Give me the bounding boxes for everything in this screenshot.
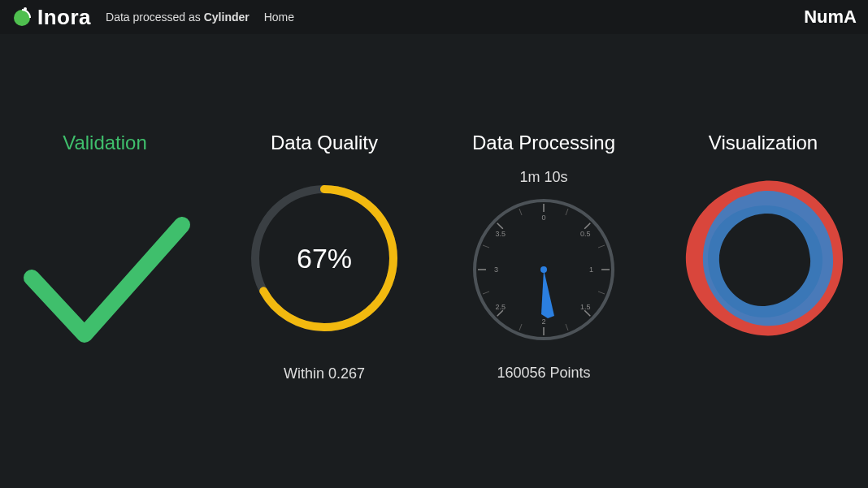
visualization-preview[interactable] bbox=[674, 169, 853, 348]
brand-name: Inora bbox=[37, 5, 91, 30]
quality-gauge: 67% bbox=[235, 169, 414, 348]
panel-processing-title: Data Processing bbox=[472, 132, 615, 154]
app-header: Inora Data processed as Cylinder Home Nu… bbox=[0, 0, 868, 34]
svg-line-6 bbox=[584, 223, 590, 229]
panel-visualization: Visualization bbox=[662, 132, 865, 348]
svg-line-13 bbox=[566, 209, 568, 215]
svg-text:3.5: 3.5 bbox=[495, 230, 506, 238]
svg-point-1 bbox=[24, 7, 27, 11]
panel-processing: Data Processing 1m 10s bbox=[442, 132, 645, 382]
panel-validation: Validation bbox=[3, 132, 206, 367]
svg-text:0: 0 bbox=[541, 214, 545, 222]
svg-point-30 bbox=[540, 266, 547, 273]
brand-logo-icon bbox=[11, 6, 33, 28]
quality-footer: Within 0.267 bbox=[284, 365, 365, 382]
svg-line-19 bbox=[483, 245, 489, 248]
svg-line-8 bbox=[584, 310, 590, 316]
svg-text:2: 2 bbox=[541, 317, 545, 326]
panel-validation-title: Validation bbox=[63, 132, 147, 154]
clock-icon: 0 0.5 1 1.5 2 2.5 3 3.5 bbox=[467, 192, 621, 347]
processing-footer: 160056 Points bbox=[497, 365, 590, 382]
svg-line-18 bbox=[483, 292, 489, 294]
validation-status bbox=[15, 188, 194, 367]
panel-visualization-title: Visualization bbox=[709, 132, 818, 154]
home-link[interactable]: Home bbox=[264, 11, 294, 24]
svg-text:1.5: 1.5 bbox=[580, 303, 591, 311]
cylinder-render-icon bbox=[674, 173, 853, 343]
processing-elapsed: 1m 10s bbox=[519, 169, 567, 186]
panel-quality: Data Quality 67% Within 0.267 bbox=[223, 132, 426, 382]
svg-line-16 bbox=[566, 324, 568, 330]
processing-clock: 0 0.5 1 1.5 2 2.5 3 3.5 bbox=[467, 192, 621, 347]
svg-line-17 bbox=[519, 324, 522, 330]
svg-line-15 bbox=[598, 292, 605, 294]
app-title: NumA bbox=[804, 6, 857, 28]
brand-logo[interactable]: Inora bbox=[11, 5, 91, 30]
svg-text:2.5: 2.5 bbox=[495, 303, 506, 311]
process-status: Data processed as Cylinder bbox=[106, 11, 250, 24]
svg-line-14 bbox=[598, 245, 605, 248]
svg-line-10 bbox=[497, 310, 503, 316]
svg-text:3: 3 bbox=[494, 266, 498, 274]
checkmark-icon bbox=[15, 196, 194, 359]
svg-line-12 bbox=[497, 223, 503, 229]
svg-text:1: 1 bbox=[589, 266, 593, 274]
quality-percent: 67% bbox=[297, 243, 352, 274]
panel-quality-title: Data Quality bbox=[271, 132, 378, 154]
svg-text:0.5: 0.5 bbox=[580, 230, 591, 238]
svg-line-20 bbox=[519, 209, 522, 215]
svg-marker-29 bbox=[541, 270, 554, 318]
dashboard: Validation Data Quality 67% Within 0.267… bbox=[0, 34, 868, 382]
